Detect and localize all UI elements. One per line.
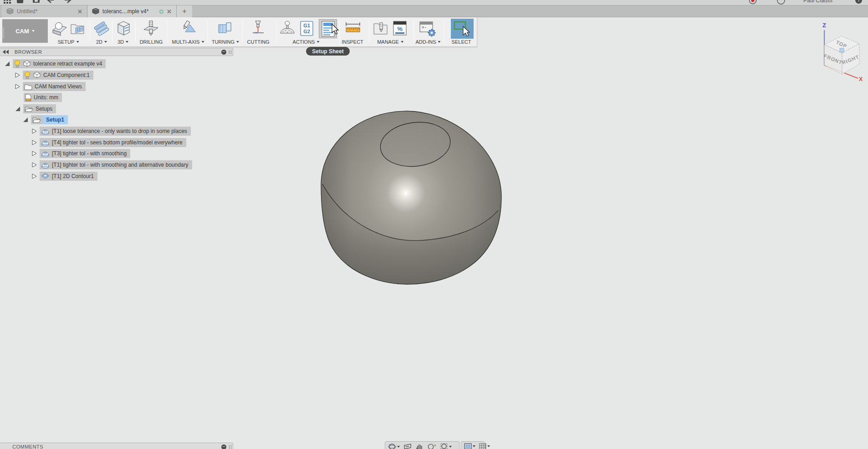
panel-resize-grip[interactable] (229, 445, 231, 449)
grid-layout-button[interactable] (479, 443, 490, 449)
data-panel-icon[interactable] (17, 0, 24, 4)
actions-menu[interactable]: ACTIONS (293, 39, 320, 45)
display-settings-button[interactable] (464, 443, 475, 449)
comments-panel-header[interactable]: COMMENTS − (0, 443, 233, 449)
toolbar-grip[interactable] (3, 27, 4, 38)
document-tab-bar: Untitled* ✕ toleranc…mple v4* ✕ + (0, 5, 868, 17)
tab-untitled[interactable]: Untitled* ✕ (2, 5, 87, 17)
dropdown-caret-icon (473, 445, 475, 447)
3d-menu[interactable]: 3D (117, 39, 128, 45)
tab-tolerance-retract-example[interactable]: toleranc…mple v4* ✕ (87, 5, 177, 17)
collapsed-arrow-icon[interactable] (15, 72, 20, 78)
3d-operation-icon (41, 139, 50, 146)
tree-label-selected[interactable]: Setup1 (46, 117, 64, 123)
add-ins-menu[interactable]: ADD-INS (415, 39, 440, 45)
minimize-panel-icon[interactable]: − (221, 50, 226, 55)
tree-label[interactable]: [T1] loose tolerance - only wants to dro… (52, 128, 187, 134)
undo-icon[interactable] (46, 0, 56, 4)
tree-label[interactable]: [T1] tighter tol - with smoothing and al… (52, 162, 189, 168)
tree-label[interactable]: CAM Component:1 (43, 72, 90, 78)
visibility-bulb-icon[interactable] (24, 71, 31, 79)
tree-label[interactable]: Setups (36, 106, 52, 112)
avatar-icon[interactable] (777, 0, 785, 5)
tree-row-cam-component[interactable]: CAM Component:1 (15, 71, 93, 80)
mouse-cursor (332, 24, 339, 35)
view-cube[interactable]: TOP FRONT RIGHT Z X (813, 21, 868, 82)
turning-icon[interactable] (217, 20, 235, 37)
user-menu-caret-icon[interactable] (842, 1, 844, 5)
collapsed-arrow-icon[interactable] (32, 173, 37, 179)
2d-menu[interactable]: 2D (96, 39, 107, 45)
new-setup-icon[interactable] (51, 20, 68, 37)
fit-button[interactable] (440, 443, 452, 449)
multi-axis-menu[interactable]: MULTI-AXIS (172, 39, 204, 45)
tree-label[interactable]: [T3] tighter tol - with smoothing (52, 150, 127, 157)
cutting-menu[interactable]: CUTTING (247, 39, 270, 45)
tree-row-setups[interactable]: Setups (15, 104, 56, 113)
add-ins-icon[interactable]: >- (419, 20, 437, 38)
tree-row-units[interactable]: Units: mm (24, 93, 62, 102)
screen-record-icon[interactable] (749, 0, 757, 5)
setup-menu[interactable]: SETUP (58, 39, 79, 45)
tree-row-op1[interactable]: [T1] loose tolerance - only wants to dro… (32, 127, 191, 136)
tree-label[interactable]: tolerance retract example v4 (33, 61, 102, 67)
collapsed-arrow-icon[interactable] (15, 84, 20, 89)
inspect-icon[interactable] (345, 20, 361, 37)
post-process-icon[interactable]: G1 G2 (299, 20, 315, 37)
cutting-icon[interactable] (250, 20, 266, 37)
user-name[interactable]: Paul Clauss (803, 0, 832, 4)
expanded-arrow-icon[interactable] (15, 106, 20, 112)
collapsed-arrow-icon[interactable] (32, 140, 37, 145)
close-tab-icon[interactable]: ✕ (77, 8, 82, 15)
orbit-button[interactable] (388, 443, 400, 449)
expanded-arrow-icon[interactable] (5, 61, 10, 66)
tree-label[interactable]: [T4] tighter tol - sees bottom profile/m… (52, 139, 183, 146)
simulate-icon[interactable] (279, 20, 296, 37)
tree-label[interactable]: [T1] 2D Contour1 (52, 173, 94, 179)
close-tab-icon[interactable]: ✕ (167, 8, 172, 15)
tree-row-op2[interactable]: [T4] tighter tol - sees bottom profile/m… (32, 138, 186, 147)
visibility-bulb-icon[interactable] (14, 60, 20, 68)
model-dome-part[interactable] (318, 107, 505, 287)
sync-status-icon (159, 10, 163, 14)
collapsed-arrow-icon[interactable] (32, 151, 37, 156)
3d-operation-icon (41, 128, 50, 135)
redo-icon[interactable] (62, 0, 72, 4)
minimize-panel-icon[interactable]: − (221, 444, 226, 449)
collapsed-arrow-icon[interactable] (32, 128, 37, 134)
manage-menu[interactable]: MANAGE (377, 39, 403, 45)
look-at-button[interactable] (403, 443, 412, 449)
dropdown-caret-icon (397, 446, 400, 448)
drilling-menu[interactable]: DRILLING (140, 39, 163, 45)
panel-resize-grip[interactable] (229, 50, 231, 54)
new-tab-button[interactable]: + (177, 5, 192, 17)
tree-label[interactable]: Units: mm (34, 94, 58, 101)
tree-row-2d-contour[interactable]: [T1] 2D Contour1 (32, 172, 97, 181)
drilling-icon[interactable] (143, 20, 159, 37)
post-library-icon[interactable]: % (392, 20, 408, 37)
3d-milling-icon[interactable] (115, 20, 132, 37)
2d-milling-icon[interactable] (93, 20, 110, 37)
zoom-button[interactable]: ± (427, 443, 436, 449)
collapse-panel-icon[interactable] (3, 50, 9, 54)
help-icon[interactable]: ? (855, 0, 862, 4)
tree-label[interactable]: CAM Named Views (35, 83, 82, 90)
multi-axis-icon[interactable] (180, 20, 198, 37)
app-grid-icon[interactable] (4, 0, 11, 4)
browser-panel-header[interactable]: BROWSER − (0, 48, 233, 56)
tree-row-op3[interactable]: [T3] tighter tol - with smoothing (32, 149, 130, 158)
workspace-selector[interactable]: CAM (2, 19, 48, 43)
tool-library-icon[interactable] (373, 20, 389, 37)
inspect-menu[interactable]: INSPECT (342, 39, 363, 45)
pan-button[interactable] (415, 443, 424, 449)
tree-row-op4[interactable]: [T1] tighter tol - with smoothing and al… (32, 160, 192, 169)
select-button[interactable] (451, 19, 474, 39)
expanded-arrow-icon[interactable] (23, 117, 28, 122)
tree-row-setup1[interactable]: Setup1 (23, 115, 68, 124)
turning-menu[interactable]: TURNING (212, 39, 239, 45)
save-icon[interactable] (33, 0, 40, 4)
tree-row-root[interactable]: tolerance retract example v4 (5, 59, 106, 68)
collapsed-arrow-icon[interactable] (32, 162, 37, 168)
tree-row-named-views[interactable]: CAM Named Views (15, 82, 86, 91)
new-folder-icon[interactable] (69, 20, 86, 37)
